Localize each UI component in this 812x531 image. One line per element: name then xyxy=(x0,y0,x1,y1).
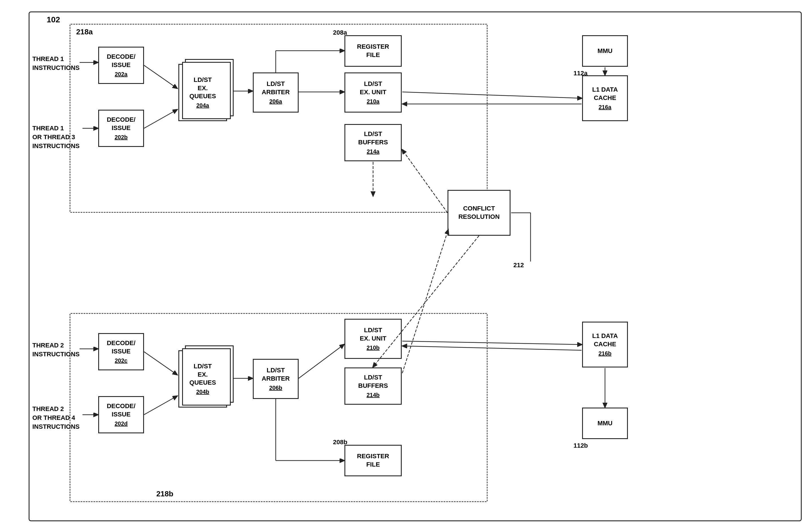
label-218b: 218b xyxy=(156,489,173,498)
ldst-ex-unit-210a: LD/STEX. UNIT 210a xyxy=(345,72,402,113)
decode-issue-202b: DECODE/ISSUE 202b xyxy=(98,110,144,147)
ldst-arbiter-206b: LD/STARBITER 206b xyxy=(253,359,299,399)
decode-issue-202d: DECODE/ISSUE 202d xyxy=(98,396,144,433)
ldst-buffers-214b: LD/STBUFFERS 214b xyxy=(345,368,402,405)
ref-208b: 208b xyxy=(333,439,347,446)
ldst-queues-204a: LD/STEX.QUEUES 204a xyxy=(178,64,227,121)
l1-data-cache-216b: L1 DATACACHE 216b xyxy=(582,321,628,368)
input-thread1-or-3: THREAD 1OR THREAD 3INSTRUCTIONS xyxy=(32,124,79,150)
ref-208a: 208a xyxy=(333,29,347,37)
ref-112a: 112a xyxy=(574,70,588,77)
conflict-resolution: CONFLICTRESOLUTION xyxy=(448,190,510,236)
ldst-ex-unit-210b: LD/STEX. UNIT 210b xyxy=(345,319,402,359)
l1-data-cache-216a: L1 DATACACHE 216a xyxy=(582,75,628,121)
input-thread1: THREAD 1INSTRUCTIONS xyxy=(32,55,79,72)
mmu-112a: MMU xyxy=(582,35,628,67)
diagram-container: 102 218a 218b THREAD 1INSTRUCTIONS THREA… xyxy=(29,12,802,521)
ldst-queues-204b: LD/STEX.QUEUES 204b xyxy=(178,350,227,407)
ldst-buffers-214a: LD/STBUFFERS 214a xyxy=(345,124,402,161)
input-thread2: THREAD 2INSTRUCTIONS xyxy=(32,341,79,359)
mmu-112b: MMU xyxy=(582,407,628,439)
decode-issue-202a: DECODE/ISSUE 202a xyxy=(98,47,144,84)
register-file-208b: REGISTERFILE xyxy=(345,445,402,476)
ref-212: 212 xyxy=(513,261,524,269)
ldst-arbiter-206a: LD/STARBITER 206a xyxy=(253,72,299,113)
register-file-208a: REGISTERFILE xyxy=(345,35,402,67)
input-thread2-or-4: THREAD 2OR THREAD 4INSTRUCTIONS xyxy=(32,405,79,431)
decode-issue-202c: DECODE/ISSUE 202c xyxy=(98,333,144,370)
label-218a: 218a xyxy=(76,28,93,37)
ref-112b: 112b xyxy=(574,442,588,449)
label-102: 102 xyxy=(47,15,60,24)
